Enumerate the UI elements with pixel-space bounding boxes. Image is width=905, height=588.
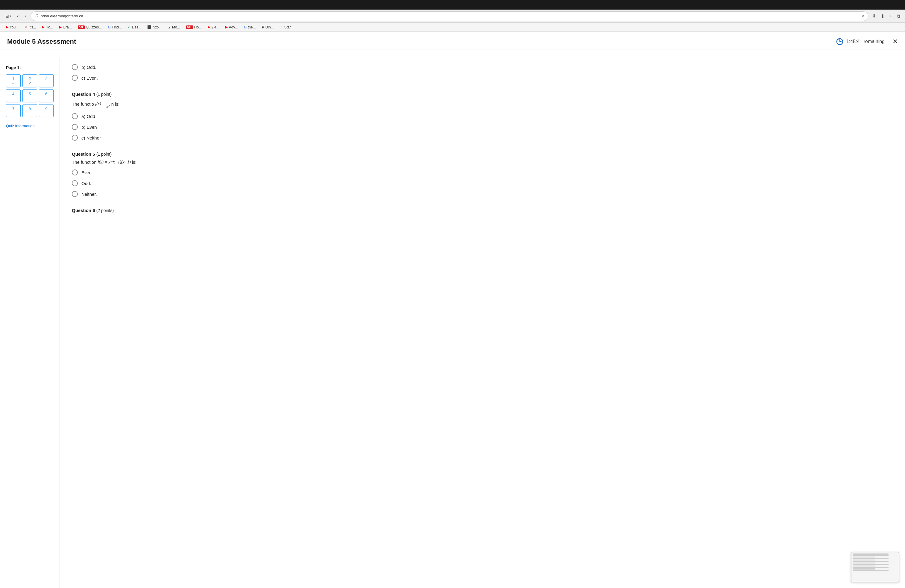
bookmark-label: It's...: [29, 25, 36, 29]
question-nav-9[interactable]: 9 --: [39, 104, 54, 118]
q5-option-neither[interactable]: Neither.: [72, 191, 287, 197]
clear-url-button[interactable]: ✕: [861, 14, 865, 19]
q-num-4: 4: [12, 92, 14, 96]
shield-icon: 🛡: [35, 14, 38, 18]
thumb-line: [853, 553, 889, 555]
question-4-label: Question 4: [72, 92, 95, 97]
page-label: Page 1:: [6, 65, 54, 70]
radio-q4-c[interactable]: [72, 135, 78, 141]
drive-icon: ▲: [168, 25, 171, 29]
question-nav-4[interactable]: 4 --: [6, 89, 21, 102]
new-tab-button[interactable]: +: [888, 12, 893, 20]
q4-option-c[interactable]: c) Neither: [72, 135, 287, 141]
bookmark-label: Adv...: [229, 25, 238, 29]
q4-option-b[interactable]: b) Even: [72, 124, 287, 130]
radio-prev-c[interactable]: [72, 75, 78, 81]
q-status-5: --: [29, 97, 31, 100]
bookmark-din[interactable]: P Din...: [259, 24, 276, 30]
thumbnail-content: [851, 552, 899, 582]
q-status-7: --: [12, 112, 14, 115]
bookmark-mo[interactable]: ▲ Mo...: [165, 24, 183, 30]
radio-q4-a[interactable]: [72, 113, 78, 119]
thumb-line: [853, 559, 875, 561]
bookmark-http[interactable]: ⬛ http...: [145, 24, 164, 30]
download-button[interactable]: ⬇: [871, 12, 877, 20]
q5-formula: f(x) = x²(x−1)(x+1): [98, 160, 131, 165]
url-text: hdsb.elearningontario.ca: [41, 14, 859, 18]
question-6-label: Question 6: [72, 208, 95, 213]
browser-top-bar: [0, 0, 905, 10]
prev-option-c[interactable]: c) Even.: [72, 75, 287, 81]
bookmark-label: the...: [248, 25, 256, 29]
question-nav-3[interactable]: 3 --: [39, 74, 54, 87]
quiz-info-link[interactable]: Quiz Information: [6, 124, 35, 128]
bookmark-label: Find...: [112, 25, 122, 29]
question-nav-7[interactable]: 7 --: [6, 104, 21, 118]
q5-text-before: The function: [72, 160, 97, 165]
q5-text-after: is:: [132, 160, 137, 165]
sidebar-icon: ⊞: [5, 14, 9, 19]
bookmarks-bar: ▶ You... M It's... ▶ Ho... ▶ Gra... D2L …: [0, 23, 905, 32]
bookmark-quizzes[interactable]: D2L Quizzes...: [75, 24, 104, 30]
q4-option-a[interactable]: a) Odd: [72, 113, 287, 119]
question-5-header: Question 5 (1 point): [72, 151, 287, 157]
prev-option-b[interactable]: b) Odd.: [72, 64, 287, 70]
bookmark-star[interactable]: ☆ Star...: [278, 24, 296, 30]
bookmark-find[interactable]: G Find...: [105, 24, 124, 30]
tabs-overview-button[interactable]: ⧉: [896, 12, 902, 20]
q-status-4: --: [12, 97, 14, 100]
header-divider: [0, 52, 905, 52]
prev-question-tail: b) Odd. c) Even.: [72, 64, 287, 81]
question-nav-5[interactable]: 5 --: [22, 89, 37, 102]
q4-text-after: n is:: [111, 102, 120, 106]
question-nav-2[interactable]: 2 ✓: [22, 74, 37, 87]
p-icon: P: [262, 25, 264, 29]
bookmark-24[interactable]: ▶ 2.4...: [205, 24, 222, 30]
browser-nav-bar: ⊞ ▾ ‹ › 🛡 hdsb.elearningontario.ca ✕ ⬇ ⬆…: [0, 10, 905, 23]
question-nav-6[interactable]: 6 --: [39, 89, 54, 102]
bookmark-ho2[interactable]: D2L Ho...: [184, 24, 204, 30]
assessment-header: Module 5 Assessment 1:45:41 remaining ✕: [0, 32, 905, 49]
q-status-3: --: [45, 82, 47, 85]
q-num-5: 5: [29, 92, 31, 96]
question-4-block: Question 4 (1 point) The functio f(x) = …: [72, 92, 287, 141]
question-nav-1[interactable]: 1 ✓: [6, 74, 21, 87]
radio-q5-even[interactable]: [72, 170, 78, 175]
youtube-icon: ▶: [59, 25, 62, 29]
radio-q4-b[interactable]: [72, 124, 78, 130]
share-button[interactable]: ⬆: [880, 12, 886, 20]
q5-option-even[interactable]: Even.: [72, 170, 287, 175]
radio-q5-neither[interactable]: [72, 191, 78, 197]
q5-option-odd[interactable]: Odd.: [72, 180, 287, 186]
forward-button[interactable]: ›: [23, 12, 28, 20]
bookmark-gra[interactable]: ▶ Gra...: [57, 24, 74, 30]
question-5-label: Question 5: [72, 151, 95, 157]
chevron-down-icon: ▾: [10, 14, 11, 17]
q4-option-b-text: b) Even: [81, 124, 97, 130]
sidebar-toggle-button[interactable]: ⊞ ▾: [3, 13, 13, 20]
close-assessment-button[interactable]: ✕: [892, 38, 898, 46]
bookmark-label: Gra...: [63, 25, 72, 29]
question-4-points: (1 point): [96, 92, 112, 97]
bookmark-label: Ho...: [46, 25, 53, 29]
q-status-9: --: [45, 112, 47, 115]
bookmark-label: Ho...: [194, 25, 202, 29]
radio-prev-b[interactable]: [72, 64, 78, 70]
bookmark-ho1[interactable]: ▶ Ho...: [40, 24, 56, 30]
youtube-icon: ▶: [6, 25, 8, 29]
thumb-line: [853, 555, 889, 556]
bookmark-des[interactable]: ✓ Des...: [125, 24, 144, 30]
back-button[interactable]: ‹: [15, 12, 21, 20]
assessment-title: Module 5 Assessment: [7, 38, 76, 46]
bookmark-adv[interactable]: ▶ Adv...: [223, 24, 240, 30]
bookmark-you[interactable]: ▶ You...: [3, 24, 21, 30]
bookmark-label: Quizzes...: [86, 25, 102, 29]
radio-q5-odd[interactable]: [72, 180, 78, 186]
bookmark-the[interactable]: G the...: [241, 24, 258, 30]
prev-option-c-text: c) Even.: [81, 75, 98, 81]
bookmark-its[interactable]: M It's...: [22, 24, 38, 30]
question-nav-8[interactable]: 8 --: [22, 104, 37, 118]
thumb-line: [853, 570, 889, 571]
youtube-icon: ▶: [208, 25, 210, 29]
thumb-line: [853, 561, 889, 562]
